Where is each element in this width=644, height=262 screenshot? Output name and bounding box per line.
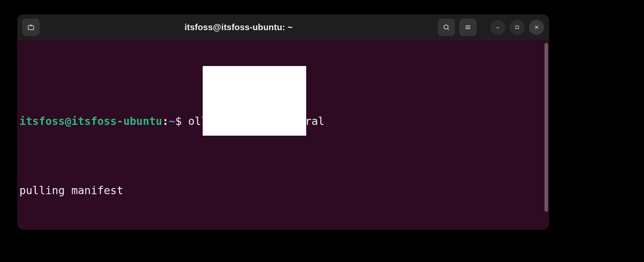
terminal-body[interactable]: itsfoss@itsfoss-ubuntu:~$ ollama pull co…	[17, 40, 549, 230]
prompt-sep: :	[162, 115, 169, 127]
close-icon	[534, 24, 539, 30]
titlebar-right	[438, 19, 544, 36]
maximize-icon	[514, 24, 520, 30]
new-tab-button[interactable]	[22, 19, 40, 36]
window-title: itsfoss@itsfoss-ubuntu: ~	[43, 22, 434, 32]
titlebar: itsfoss@itsfoss-ubuntu: ~	[17, 14, 549, 40]
svg-point-3	[444, 25, 448, 29]
scrollbar[interactable]	[544, 43, 548, 212]
terminal-line: pulling manifest	[19, 184, 544, 198]
minimize-button[interactable]	[490, 20, 505, 35]
close-button[interactable]	[529, 20, 544, 35]
menu-button[interactable]	[459, 19, 477, 36]
search-button[interactable]	[438, 19, 455, 36]
titlebar-tool-group	[438, 19, 477, 36]
prompt-path: ~	[169, 115, 175, 127]
prompt-symbol: $	[175, 115, 181, 127]
prompt-user: itsfoss@itsfoss-ubuntu	[19, 115, 162, 127]
minimize-icon	[495, 24, 501, 30]
redaction-box	[203, 66, 306, 136]
terminal-window: itsfoss@itsfoss-ubuntu: ~	[17, 14, 549, 230]
svg-rect-9	[516, 26, 519, 29]
hamburger-icon	[464, 24, 472, 31]
command-text	[182, 115, 188, 127]
maximize-button[interactable]	[510, 20, 525, 35]
svg-line-4	[448, 29, 449, 30]
new-tab-icon	[27, 24, 34, 31]
search-icon	[443, 24, 450, 31]
